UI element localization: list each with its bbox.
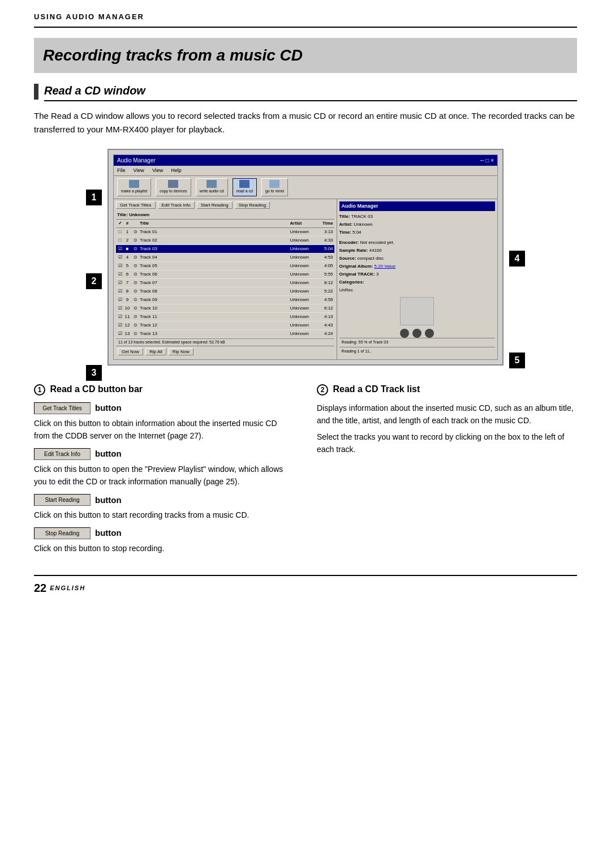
info-time-val: 5:04 [352,230,362,235]
fake-bottom-row: Get Now Rip All Rip Now [116,346,334,357]
info-panel-title: Audio Manager [339,201,495,212]
get-track-titles-btn[interactable]: Get Track Titles [116,201,156,209]
get-now-btn[interactable]: Get Now [118,348,143,355]
info-icon-3[interactable] [425,329,434,338]
callout-2: 2 [86,273,102,289]
table-row[interactable]: ☑ 6 ⊙ Track 06 Unknown 5:55 [116,270,334,279]
start-reading-btn[interactable]: Start Reading [197,201,233,209]
fake-progress-row-2: Reading 1 of 11.. [339,347,495,356]
table-row[interactable]: □ 2 ⊙ Track 02 Unknown 4:33 [116,237,334,245]
section-header-text: USING AUDIO MANAGER [34,12,144,21]
info-source-row: Source: compact disc [339,255,495,262]
two-col-section: 1 Read a CD button bar Get Track Titles … [34,383,577,558]
info-time-row: Time: 5:04 [339,229,495,236]
btn-row-get: Get Track Titles button [34,402,294,415]
left-col-heading: 1 Read a CD button bar [34,383,294,396]
rip-all-btn[interactable]: Rip All [145,348,166,355]
callout-num-4: 4 [509,251,525,267]
section-heading-bar [34,84,38,100]
left-column: 1 Read a CD button bar Get Track Titles … [34,383,294,558]
btn-word-edit: button [95,448,122,461]
status-text: 11 of 13 tracks selected. Estimated spac… [118,340,225,346]
info-sample-row: Sample Rate: 44100 [339,247,495,254]
table-row[interactable]: ☑ 13 ⊙ Track 13 Unknown 4:24 [116,330,334,338]
toolbar-icon-playlist [129,180,139,188]
toolbar-btn-write[interactable]: write audio cd [196,178,228,196]
fake-status-bar: 11 of 13 tracks selected. Estimated spac… [116,338,334,346]
menu-view[interactable]: View [134,167,144,175]
toolbar-icon-write [206,180,217,188]
inline-btn-edit[interactable]: Edit Track Info [34,448,91,460]
progress-text-2: Reading 1 of 11.. [342,349,372,353]
btn-word-start: button [95,494,122,507]
info-artist-val: Unknown [354,222,372,227]
progress-text-1: Reading: 55 % of Track 03 [342,340,389,344]
section-heading-text: Read a CD window [44,82,577,101]
toolbar-icon-copy [168,180,178,188]
album-art-placeholder [400,297,434,325]
toolbar-label-playlist: make a playlist [121,188,147,195]
table-row[interactable]: ☑ 5 ⊙ Track 05 Unknown 4:05 [116,262,334,270]
toolbar-btn-read[interactable]: read a cd [233,178,257,196]
inline-btn-get[interactable]: Get Track Titles [34,402,91,414]
btn-word-get: button [95,402,122,415]
stop-reading-btn[interactable]: Stop Reading [235,201,270,209]
right-desc-2: Select the tracks you want to record by … [317,431,577,456]
right-col-circled-num: 2 [317,384,328,396]
fake-close-btn[interactable]: ─ □ × [480,156,494,165]
info-cat-val: UnRec [339,287,495,294]
btn-row-stop: Stop Reading button [34,527,294,540]
callout-num-1: 1 [86,190,102,205]
menu-help[interactable]: Help [171,167,182,175]
inline-btn-start[interactable]: Start Reading [34,494,91,506]
track-col-headers: ✓ # Title Artist Time [116,220,334,228]
table-row[interactable]: ☑ 10 ⊙ Track 10 Unknown 6:12 [116,304,334,313]
right-column: 2 Read a CD Track list Displays informat… [317,383,577,558]
toolbar-label-copy: copy to devices [160,188,187,195]
info-album-val[interactable]: 5.20 Value [375,264,396,269]
info-encoder-row: Encoder: Not encoded yet. [339,239,495,246]
fake-title-bar: Audio Manager ─ □ × [114,155,497,166]
table-row[interactable]: ☑ 8 ⊙ Track 08 Unknown 5:22 [116,287,334,296]
footer-language: ENGLISH [50,583,85,593]
fake-track-list: Get Track Titles Edit Track Info Start R… [114,199,337,360]
inline-btn-stop[interactable]: Stop Reading [34,527,91,539]
menu-file[interactable]: File [117,167,126,175]
edit-track-info-btn[interactable]: Edit Track Info [158,201,195,209]
toolbar-btn-copy[interactable]: copy to devices [156,178,191,196]
table-row[interactable]: ☑ ■ ⊙ Track 03 Unknown 5:04 [116,245,334,253]
table-row[interactable]: ☑ 7 ⊙ Track 07 Unknown 8:12 [116,279,334,287]
info-track-val: 3 [376,272,378,277]
rip-now-btn[interactable]: Rip Now [169,348,193,355]
table-row[interactable]: ☑ 11 ⊙ Track 11 Unknown 4:13 [116,313,334,321]
table-row[interactable]: ☑ 12 ⊙ Track 12 Unknown 4:43 [116,321,334,330]
left-col-circled-num: 1 [34,384,45,396]
info-encoder-val: Not encoded yet. [360,240,394,245]
fake-progress-row-1: Reading: 55 % of Track 03 [339,338,495,347]
desc-start: Click on this button to start recording … [34,509,294,521]
info-icon-2[interactable] [412,329,421,338]
right-col-heading-text: Read a CD Track list [333,384,420,394]
table-row[interactable]: □ 1 ⊙ Track 01 Unknown 3:13 [116,228,334,237]
toolbar-icon-mmd [269,180,279,188]
page-footer: 22 ENGLISH [34,575,577,596]
info-icon-1[interactable] [400,329,409,338]
callout-num-2: 2 [86,273,102,289]
table-row[interactable]: ☑ 4 ⊙ Track 04 Unknown 4:53 [116,253,334,262]
info-title-val: TRACK 03 [351,214,373,219]
callout-3: 3 [86,365,102,381]
screenshot-container: Audio Manager ─ □ × File View View Help … [107,149,504,366]
menu-view2[interactable]: View [152,167,163,175]
fake-info-panel: Audio Manager Title: TRACK 03 Artist: Un… [337,199,497,360]
callout-5: 5 [509,353,525,368]
toolbar-label-mmd: go to mmd [265,188,284,195]
btn-row-edit: Edit Track Info button [34,448,294,461]
fake-menu-bar: File View View Help [114,166,497,177]
fake-app-title: Audio Manager [117,156,156,165]
toolbar-btn-mmd[interactable]: go to mmd [261,178,288,196]
section-header: USING AUDIO MANAGER [34,0,577,28]
callout-1: 1 [86,190,102,205]
toolbar-btn-playlist[interactable]: make a playlist [117,178,151,196]
btn-word-stop: button [95,527,122,540]
table-row[interactable]: ☑ 9 ⊙ Track 09 Unknown 4:59 [116,296,334,304]
